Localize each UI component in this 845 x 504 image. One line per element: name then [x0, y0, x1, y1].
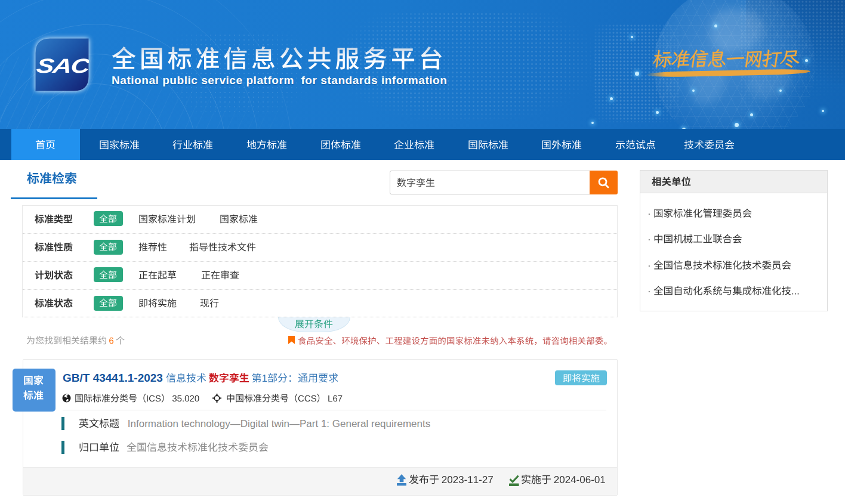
svg-text:SAC: SAC [35, 54, 89, 77]
